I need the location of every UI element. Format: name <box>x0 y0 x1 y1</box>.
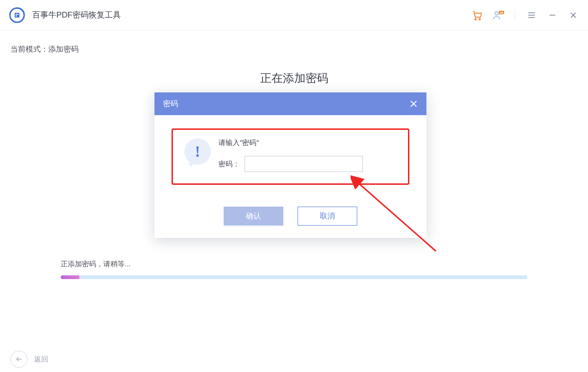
info-content: 请输入"密码" 密码： <box>218 138 397 172</box>
app-logo <box>9 7 26 24</box>
back-label[interactable]: 返回 <box>34 355 48 364</box>
svg-point-6 <box>479 18 480 20</box>
user-vip-icon[interactable] <box>492 9 504 21</box>
svg-rect-1 <box>15 13 19 18</box>
svg-rect-2 <box>16 14 17 15</box>
close-icon[interactable] <box>567 9 579 21</box>
password-label: 密码： <box>218 160 240 169</box>
divider <box>515 9 515 21</box>
svg-rect-3 <box>18 14 19 15</box>
dialog-title: 密码 <box>163 99 409 109</box>
progress-text: 正添加密码，请稍等... <box>61 260 527 269</box>
svg-point-7 <box>495 11 498 15</box>
app-title: 百事牛PDF密码恢复工具 <box>32 9 471 20</box>
password-row: 密码： <box>218 156 397 172</box>
dialog-header: 密码 <box>154 92 426 115</box>
mode-line: 当前模式：添加密码 <box>10 45 578 54</box>
dialog-actions: 确认 取消 <box>154 190 426 238</box>
back-button[interactable] <box>10 351 27 368</box>
cancel-button[interactable]: 取消 <box>298 207 357 226</box>
dialog-close-icon[interactable] <box>409 100 418 108</box>
cart-icon[interactable] <box>471 9 483 21</box>
svg-rect-4 <box>16 15 17 17</box>
highlight-box: ! 请输入"密码" 密码： <box>172 128 409 185</box>
footer: 返回 <box>0 346 588 372</box>
svg-rect-8 <box>499 10 504 14</box>
info-icon: ! <box>184 138 211 165</box>
confirm-button[interactable]: 确认 <box>224 207 283 226</box>
titlebar: 百事牛PDF密码恢复工具 <box>0 0 588 30</box>
titlebar-controls <box>471 9 579 21</box>
main-title: 正在添加密码 <box>10 71 578 86</box>
exclaim-icon: ! <box>195 143 200 161</box>
menu-icon[interactable] <box>525 9 538 21</box>
svg-point-5 <box>475 18 476 20</box>
dialog-body: ! 请输入"密码" 密码： <box>154 115 426 190</box>
progress-bar <box>61 275 527 279</box>
mode-label: 当前模式： <box>10 45 48 53</box>
mode-value: 添加密码 <box>48 45 79 53</box>
progress-area: 正添加密码，请稍等... <box>61 260 527 279</box>
password-input[interactable] <box>244 156 363 172</box>
password-dialog: 密码 ! 请输入"密码" 密码： 确认 取消 <box>154 92 426 238</box>
prompt-text: 请输入"密码" <box>218 138 397 147</box>
progress-fill <box>61 275 80 279</box>
minimize-icon[interactable] <box>546 9 559 21</box>
